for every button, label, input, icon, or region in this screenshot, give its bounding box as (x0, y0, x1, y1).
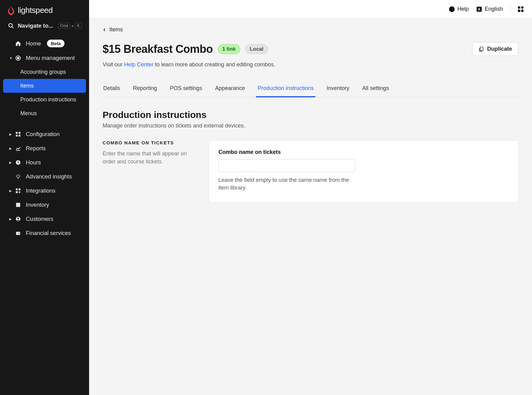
app-grid-icon (518, 6, 523, 12)
svg-rect-6 (16, 135, 18, 137)
svg-point-20 (17, 217, 19, 219)
sidebar-item-label: Configuration (26, 131, 60, 138)
svg-rect-21 (16, 232, 20, 235)
combo-name-card: Combo name on tickets Leave the field em… (209, 140, 518, 202)
sidebar-item-label: Hours (26, 159, 41, 166)
section-title: Production instructions (103, 110, 518, 120)
chart-icon (15, 146, 22, 151)
user-icon (15, 216, 22, 222)
sidebar-item-label: Menu management (26, 55, 75, 61)
sidebar-item-items[interactable]: Items (3, 79, 86, 93)
sidebar-item-inventory[interactable]: Inventory (0, 198, 89, 212)
chevron-down-icon: ▼ (9, 56, 13, 60)
brand-logo[interactable]: lightspeed (0, 0, 89, 19)
svg-rect-16 (16, 191, 18, 193)
field-label: Combo name on tickets (218, 149, 509, 155)
breadcrumb[interactable]: Items (103, 26, 518, 33)
svg-point-3 (17, 57, 19, 59)
breadcrumb-label: Items (109, 26, 123, 33)
tab-inventory[interactable]: Inventory (326, 81, 350, 97)
box-icon (15, 202, 22, 208)
svg-point-0 (9, 24, 13, 27)
field-group-label: COMBO NAME ON TICKETS (103, 140, 198, 145)
sidebar-item-customers[interactable]: ▶ Customers (0, 212, 89, 226)
sidebar-item-hours[interactable]: ▶ Hours (0, 155, 89, 170)
nav-search-shortcut: Cmd + K (58, 23, 82, 29)
beta-badge: Beta (47, 40, 65, 47)
tab-pos-settings[interactable]: POS settings (169, 81, 203, 97)
tab-all-settings[interactable]: All settings (362, 81, 389, 97)
sidebar-item-menus[interactable]: Menus (0, 107, 89, 120)
svg-line-1 (12, 27, 14, 28)
wallet-icon (15, 230, 22, 236)
tabs: Details Reporting POS settings Appearanc… (103, 81, 518, 97)
svg-rect-4 (16, 132, 18, 134)
help-label: Help (457, 6, 469, 12)
help-center-link[interactable]: Help Center (124, 61, 154, 68)
sidebar-item-menu-management[interactable]: ▼ Menu management (0, 51, 89, 65)
svg-rect-7 (19, 135, 21, 137)
sidebar: lightspeed Navigate to... Cmd + K Home B… (0, 0, 89, 395)
help-line: Visit our Help Center to learn more abou… (103, 61, 518, 68)
svg-rect-18 (16, 203, 20, 204)
sidebar-item-label: Menus (20, 110, 37, 117)
combo-name-input[interactable] (218, 159, 355, 172)
field-group-help: Enter the name that will appear on order… (103, 150, 198, 166)
tab-appearance[interactable]: Appearance (214, 81, 245, 97)
language-icon: A (476, 6, 482, 12)
sidebar-item-production-instructions[interactable]: Production instructions (0, 93, 89, 107)
help-icon: ? (449, 6, 455, 12)
tab-production-instructions[interactable]: Production instructions (257, 81, 314, 97)
svg-rect-5 (19, 132, 21, 134)
menu-icon (15, 55, 22, 61)
duplicate-button[interactable]: Duplicate (472, 42, 518, 56)
search-icon (8, 23, 14, 29)
main: ? Help A English Items (89, 0, 532, 395)
nav-search[interactable]: Navigate to... Cmd + K (0, 19, 89, 35)
help-button[interactable]: ? Help (449, 6, 469, 12)
topbar: ? Help A English (89, 0, 532, 18)
sidebar-item-financial-services[interactable]: Financial services (0, 226, 89, 240)
sidebar-item-home[interactable]: Home Beta (0, 36, 89, 51)
flame-icon (7, 6, 15, 15)
page-title: $15 Breakfast Combo (103, 43, 213, 56)
tab-reporting[interactable]: Reporting (132, 81, 158, 97)
sidebar-item-accounting-groups[interactable]: Accounting groups (0, 65, 89, 79)
sidebar-item-label: Production instructions (20, 96, 76, 103)
sidebar-item-label: Accounting groups (20, 69, 66, 75)
link-badge: 1 link (218, 44, 240, 54)
sidebar-item-reports[interactable]: ▶ Reports (0, 141, 89, 155)
svg-point-10 (17, 175, 20, 178)
sidebar-item-integrations[interactable]: ▶ Integrations (0, 184, 89, 198)
sidebar-item-label: Reports (26, 145, 46, 152)
grid-plus-icon (15, 188, 22, 194)
clock-icon (15, 160, 22, 165)
language-button[interactable]: A English (476, 6, 503, 12)
lightbulb-icon (15, 174, 22, 179)
app-switcher-button[interactable] (518, 6, 523, 12)
sidebar-item-label: Advanced insights (26, 173, 72, 180)
sidebar-item-label: Home (26, 40, 41, 47)
chevron-right-icon: ▶ (9, 189, 12, 193)
sidebar-item-label: Inventory (26, 201, 49, 208)
svg-text:A: A (478, 7, 480, 11)
nav-search-label: Navigate to... (18, 22, 53, 29)
chevron-right-icon: ▶ (9, 161, 12, 165)
chevron-left-icon (103, 28, 106, 32)
svg-rect-15 (19, 189, 21, 190)
sidebar-item-advanced-insights[interactable]: Advanced insights (0, 170, 89, 184)
tab-details[interactable]: Details (103, 81, 121, 97)
brand-name: lightspeed (18, 6, 53, 15)
sidebar-item-label: Items (20, 83, 34, 89)
chevron-right-icon: ▶ (9, 147, 12, 151)
svg-point-22 (19, 233, 20, 234)
grid-icon (15, 131, 22, 137)
sidebar-item-label: Integrations (26, 187, 56, 194)
chevron-right-icon: ▶ (9, 132, 12, 136)
duplicate-label: Duplicate (487, 46, 512, 52)
svg-rect-14 (16, 189, 18, 190)
svg-text:?: ? (451, 7, 453, 11)
home-icon (15, 41, 22, 47)
field-hint: Leave the field empty to use the same na… (218, 176, 355, 192)
sidebar-item-configuration[interactable]: ▶ Configuration (0, 127, 89, 141)
